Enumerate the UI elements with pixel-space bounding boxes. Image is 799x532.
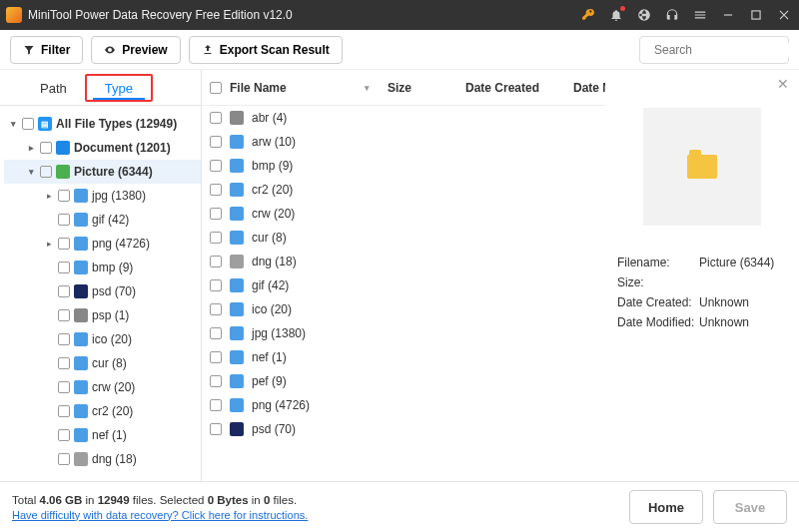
filetype-icon bbox=[230, 398, 244, 412]
col-size[interactable]: Size bbox=[388, 81, 457, 95]
checkbox[interactable] bbox=[210, 208, 222, 220]
chevron-right-icon[interactable]: ▸ bbox=[44, 191, 54, 201]
checkbox[interactable] bbox=[210, 351, 222, 363]
checkbox[interactable] bbox=[58, 309, 70, 321]
checkbox[interactable] bbox=[210, 375, 222, 387]
tree-item[interactable]: dng (18) bbox=[4, 447, 201, 471]
file-row[interactable]: arw (10) bbox=[202, 130, 605, 154]
file-row[interactable]: cr2 (20) bbox=[202, 178, 605, 202]
file-row[interactable]: png (4726) bbox=[202, 393, 605, 417]
file-row[interactable]: dng (18) bbox=[202, 250, 605, 273]
tree-item[interactable]: ▸jpg (1380) bbox=[4, 184, 201, 208]
file-scroll[interactable]: abr (4)arw (10)bmp (9)cr2 (20)crw (20)cu… bbox=[202, 106, 605, 481]
checkbox[interactable] bbox=[210, 279, 222, 291]
tree-item[interactable]: psd (70) bbox=[4, 279, 201, 303]
tree-label: ico (20) bbox=[92, 332, 132, 346]
tab-path[interactable]: Path bbox=[22, 70, 85, 106]
checkbox[interactable] bbox=[58, 429, 70, 441]
checkbox[interactable] bbox=[58, 285, 70, 297]
tree-item[interactable]: crw (20) bbox=[4, 375, 201, 399]
headset-icon[interactable] bbox=[665, 8, 679, 22]
filter-button[interactable]: Filter bbox=[10, 36, 83, 64]
minimize-icon[interactable] bbox=[721, 8, 735, 22]
tree-item[interactable]: ico (20) bbox=[4, 327, 201, 351]
checkbox[interactable] bbox=[210, 136, 222, 148]
checkbox[interactable] bbox=[210, 399, 222, 411]
key-icon[interactable] bbox=[581, 8, 595, 22]
tab-type[interactable]: Type bbox=[85, 74, 153, 102]
checkbox[interactable] bbox=[210, 232, 222, 244]
file-row[interactable]: abr (4) bbox=[202, 106, 605, 130]
file-row[interactable]: bmp (9) bbox=[202, 154, 605, 178]
tree-scroll[interactable]: ▾▤All File Types (12949)▸Document (1201)… bbox=[0, 106, 201, 481]
tree-item[interactable]: psp (1) bbox=[4, 303, 201, 327]
all-files-icon: ▤ bbox=[38, 117, 52, 131]
tree-item[interactable]: bmp (9) bbox=[4, 256, 201, 279]
file-row[interactable]: ico (20) bbox=[202, 297, 605, 321]
file-row[interactable]: crw (20) bbox=[202, 202, 605, 226]
checkbox[interactable] bbox=[210, 303, 222, 315]
search-input[interactable] bbox=[654, 43, 799, 57]
footer-status: Total 4.06 GB in 12949 files. Selected 0… bbox=[12, 494, 308, 521]
tree-label: psp (1) bbox=[92, 308, 129, 322]
tree-item[interactable]: nef (1) bbox=[4, 423, 201, 447]
chevron-right-icon[interactable]: ▸ bbox=[26, 143, 36, 153]
checkbox[interactable] bbox=[58, 262, 70, 273]
checkbox[interactable] bbox=[58, 190, 70, 202]
maximize-icon[interactable] bbox=[749, 8, 763, 22]
tree-item[interactable]: ▾Picture (6344) bbox=[4, 160, 201, 184]
file-row[interactable]: jpg (1380) bbox=[202, 321, 605, 345]
file-row[interactable]: cur (8) bbox=[202, 226, 605, 250]
col-date-modified[interactable]: Date Modif bbox=[573, 81, 605, 95]
checkbox[interactable] bbox=[40, 142, 52, 154]
chevron-down-icon[interactable]: ▾ bbox=[8, 119, 18, 129]
footer-help-link[interactable]: Have difficulty with data recovery? Clic… bbox=[12, 509, 308, 521]
tree-root[interactable]: ▾▤All File Types (12949) bbox=[4, 112, 201, 136]
home-button[interactable]: Home bbox=[629, 490, 703, 524]
close-icon[interactable] bbox=[777, 8, 791, 22]
checkbox[interactable] bbox=[58, 357, 70, 369]
tree-tabs: Path Type bbox=[0, 70, 201, 106]
checkbox[interactable] bbox=[210, 256, 222, 267]
export-button[interactable]: Export Scan Result bbox=[189, 36, 343, 64]
globe-icon[interactable] bbox=[637, 8, 651, 22]
tree-item[interactable]: ▸Document (1201) bbox=[4, 136, 201, 160]
file-row[interactable]: pef (9) bbox=[202, 369, 605, 393]
checkbox[interactable] bbox=[22, 118, 34, 130]
file-label: cr2 (20) bbox=[252, 183, 293, 197]
col-name[interactable]: File Name bbox=[230, 81, 287, 95]
file-label: ico (20) bbox=[252, 302, 292, 316]
checkbox[interactable] bbox=[40, 166, 52, 178]
checkbox[interactable] bbox=[58, 333, 70, 345]
tree-item[interactable]: cur (8) bbox=[4, 351, 201, 375]
checkbox[interactable] bbox=[58, 238, 70, 250]
checkbox[interactable] bbox=[58, 214, 70, 226]
checkbox[interactable] bbox=[58, 381, 70, 393]
file-row[interactable]: psd (70) bbox=[202, 417, 605, 441]
sort-caret-icon[interactable]: ▾ bbox=[365, 83, 370, 93]
tree-label: cr2 (20) bbox=[92, 404, 133, 418]
col-date-created[interactable]: Date Created bbox=[465, 81, 565, 95]
search-box[interactable] bbox=[639, 36, 789, 64]
checkbox[interactable] bbox=[210, 423, 222, 435]
chevron-right-icon[interactable]: ▸ bbox=[44, 239, 54, 249]
bell-icon[interactable] bbox=[609, 8, 623, 22]
checkbox[interactable] bbox=[58, 405, 70, 417]
file-row[interactable]: gif (42) bbox=[202, 273, 605, 297]
filter-label: Filter bbox=[41, 43, 70, 57]
save-button[interactable]: Save bbox=[713, 490, 787, 524]
checkbox[interactable] bbox=[210, 160, 222, 172]
tree-item[interactable]: cr2 (20) bbox=[4, 399, 201, 423]
checkbox[interactable] bbox=[210, 327, 222, 339]
preview-button[interactable]: Preview bbox=[91, 36, 180, 64]
chevron-down-icon[interactable]: ▾ bbox=[26, 167, 36, 177]
menu-icon[interactable] bbox=[693, 8, 707, 22]
file-row[interactable]: nef (1) bbox=[202, 345, 605, 369]
close-preview-icon[interactable]: ✕ bbox=[777, 76, 789, 92]
checkbox[interactable] bbox=[210, 112, 222, 124]
select-all-checkbox[interactable] bbox=[210, 82, 222, 94]
tree-item[interactable]: ▸png (4726) bbox=[4, 232, 201, 256]
checkbox[interactable] bbox=[210, 184, 222, 196]
checkbox[interactable] bbox=[58, 453, 70, 465]
tree-item[interactable]: gif (42) bbox=[4, 208, 201, 232]
